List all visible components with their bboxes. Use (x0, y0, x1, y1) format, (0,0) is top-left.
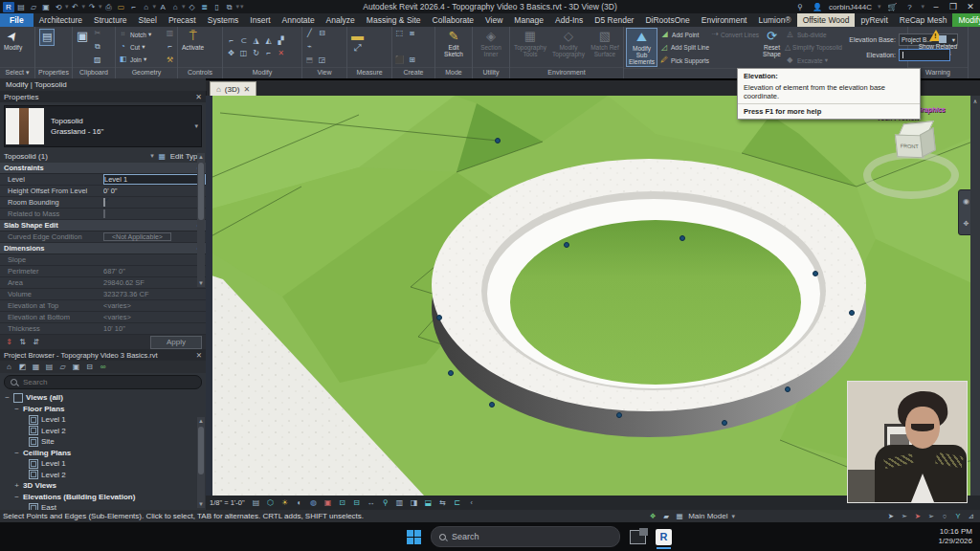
tab-massing-site[interactable]: Massing & Site (361, 13, 427, 27)
sun-path-icon[interactable]: ☀ (279, 497, 291, 508)
hide-icon[interactable]: ⊟ (317, 29, 327, 38)
main-model-caret-icon[interactable]: ▾ (731, 513, 735, 520)
tree-item-elevations[interactable]: −Elevations (Building Elevation) (0, 492, 206, 503)
print-icon[interactable]: ⎙ (103, 2, 115, 12)
control-point[interactable] (679, 235, 685, 241)
taskbar-search[interactable]: Search (431, 526, 620, 547)
unlocked-view-icon[interactable]: ⊟ (351, 497, 363, 508)
height-offset-field[interactable]: 0' 0" (103, 187, 206, 195)
dropdown-caret-icon[interactable]: ▾ (82, 3, 86, 11)
more-tools-caret-icon[interactable]: ‹ (466, 497, 478, 508)
copy-modify-icon[interactable]: ◫ (237, 47, 250, 59)
section-icon[interactable]: ◇ (187, 2, 198, 12)
tab-file[interactable]: File (0, 13, 33, 27)
render-icon[interactable]: ◍ (308, 497, 320, 508)
control-point[interactable] (813, 271, 818, 276)
view-tab-3d[interactable]: ⌂ (3D) ✕ (210, 81, 256, 96)
dropdown-caret-icon[interactable]: ▾ (236, 3, 240, 11)
detail-level-icon[interactable]: ▤ (251, 497, 262, 508)
selection-filter[interactable]: Toposolid (1) (4, 152, 147, 161)
control-point[interactable] (448, 370, 454, 376)
expander-icon[interactable]: − (13, 493, 20, 501)
reveal-constraints-icon[interactable]: ⇆ (437, 497, 449, 508)
save-icon[interactable]: ▣ (40, 2, 52, 12)
steering-wheel-icon[interactable]: ◉ (963, 197, 969, 206)
dropdown-caret-icon[interactable]: ▾ (99, 3, 102, 11)
reveal-hidden-elements-icon[interactable]: ⚲ (380, 497, 391, 508)
properties-header[interactable]: Properties ✕ (0, 91, 206, 102)
select-pinned-icon[interactable]: ○ (940, 512, 949, 521)
visual-style-icon[interactable]: ⬡ (265, 497, 277, 508)
tab-steel[interactable]: Steel (133, 13, 163, 27)
app-store-cart-icon[interactable]: 🛒 (886, 2, 898, 12)
cut-button[interactable]: ◔Cut ▾ (118, 41, 163, 53)
show-crop-region-icon[interactable]: ⊡ (337, 497, 348, 508)
tab-environment[interactable]: Environment (696, 13, 753, 27)
browser-sheets-icon[interactable]: ▦ (31, 362, 41, 372)
tab-insert[interactable]: Insert (244, 13, 276, 27)
properties-close-icon[interactable]: ✕ (195, 93, 202, 101)
tab-structure[interactable]: Structure (88, 13, 133, 27)
trim-icon[interactable]: ⌐ (262, 47, 275, 59)
measure-icon[interactable]: ▭ (116, 2, 127, 12)
search-help-icon[interactable]: ⚲ (794, 2, 806, 12)
create-parts-icon[interactable]: ⧈ (407, 29, 417, 38)
crop-view-icon[interactable]: ▣ (323, 497, 334, 508)
revit-taskbar-icon[interactable]: R (656, 529, 672, 545)
reset-shape-button[interactable]: ⟳ Reset Shape (761, 28, 783, 67)
expander-icon[interactable]: − (13, 405, 20, 413)
open-icon[interactable]: ▱ (28, 2, 39, 12)
viewport-scrollbar[interactable]: ∧ (970, 96, 980, 496)
excavate-button[interactable]: ◆Excavate ▾ (785, 55, 838, 66)
qat-customize-caret-icon[interactable]: ▾ (240, 3, 244, 11)
simplify-toposolid-button[interactable]: △Simplify Toposolid (785, 42, 838, 54)
type-selector[interactable]: Toposolid Grassland - 16" ▾ (4, 105, 202, 147)
wall-joins-icon[interactable]: ⌐ (165, 42, 175, 52)
tree-item-ceiling-level-1[interactable]: Level 1 (0, 458, 206, 470)
linework-icon[interactable]: ╱ (304, 29, 315, 38)
notch-button[interactable]: ⌗Notch ▾ (118, 29, 163, 40)
tab-view[interactable]: View (479, 13, 508, 27)
override-icon[interactable]: ◲ (317, 55, 327, 65)
modify-sub-elements-button[interactable]: ⛰ Modify Sub Elements (626, 28, 657, 67)
browser-search[interactable] (4, 375, 202, 389)
tree-item-3d-views[interactable]: +3D Views (0, 480, 206, 492)
demolish-icon[interactable]: ⚒ (165, 55, 175, 65)
tree-item-views-all[interactable]: −Views (all) (0, 392, 206, 404)
revit-home-icon[interactable]: R (3, 2, 14, 12)
sort-grouped-icon[interactable]: ⇵ (31, 337, 41, 347)
properties-help-icon[interactable]: ⇕ (4, 337, 14, 347)
apply-button[interactable]: Apply (150, 336, 202, 349)
switch-windows-icon[interactable]: ⧉ (224, 2, 235, 12)
mirror-icon[interactable]: ◮ (250, 34, 262, 47)
tag-icon[interactable]: ⌂ (141, 2, 152, 12)
tab-systems[interactable]: Systems (202, 13, 245, 27)
editable-only-icon[interactable]: ➤ (913, 512, 923, 521)
delete-icon[interactable]: ✕ (275, 47, 287, 59)
taskbar-clock[interactable]: 10:16 PM 1/29/2026 (938, 527, 980, 546)
tab-recap-mesh[interactable]: ReCap Mesh (894, 13, 953, 27)
split-icon[interactable]: ▞ (275, 34, 287, 47)
pick-supports-button[interactable]: 🖉Pick Supports (659, 55, 709, 66)
tab-dirootsone[interactable]: DiRootsOne (639, 13, 695, 27)
close-button[interactable]: ✕ (965, 2, 976, 11)
active-workset-icon[interactable]: ▦ (675, 512, 684, 521)
start-button[interactable] (407, 530, 421, 544)
browser-home-icon[interactable]: ⌂ (4, 362, 14, 372)
paste-button[interactable]: ▣ (75, 28, 90, 66)
undo-icon[interactable]: ↶ (70, 2, 81, 12)
shadows-icon[interactable]: ◐ (294, 497, 305, 508)
panel-label-select[interactable]: Select ▾ (0, 67, 34, 78)
tab-d5-render[interactable]: D5 Render (589, 13, 639, 27)
view-scale-button[interactable]: 1/8" = 1'-0" (210, 498, 245, 507)
browser-schedules-icon[interactable]: ▤ (44, 362, 55, 372)
tree-item-site[interactable]: Site (0, 436, 206, 448)
control-point[interactable] (564, 242, 569, 248)
select-links-icon[interactable]: ➢ (926, 512, 936, 521)
browser-collapse-icon[interactable]: ⊟ (84, 362, 95, 372)
create-similar-icon[interactable]: ⊞ (407, 55, 417, 65)
text-icon[interactable]: A (157, 2, 168, 12)
tab-annotate[interactable]: Annotate (277, 13, 321, 27)
align-icon[interactable]: ⌐ (225, 34, 237, 47)
tree-item-floor-plans[interactable]: −Floor Plans (0, 404, 206, 415)
